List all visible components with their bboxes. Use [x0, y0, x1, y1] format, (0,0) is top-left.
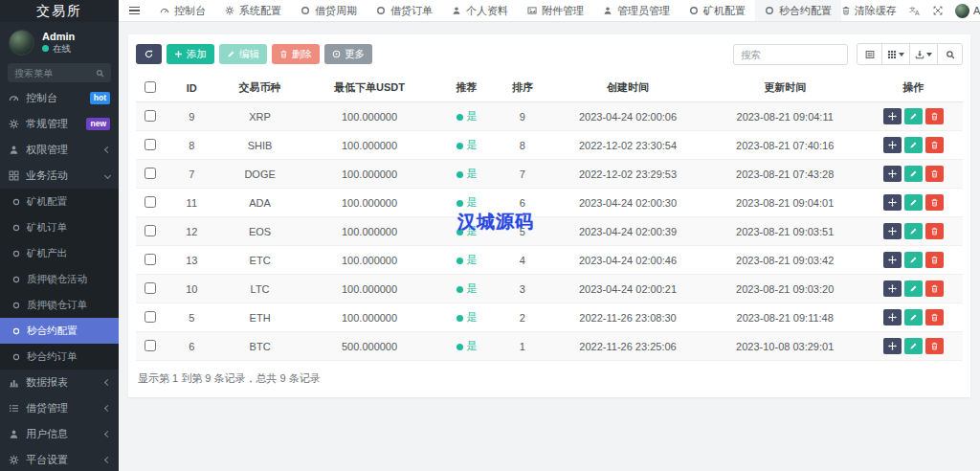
row-dragsort-button[interactable]	[883, 194, 902, 211]
row-delete-button[interactable]	[925, 194, 944, 211]
sidebar-subitem-miner-config[interactable]: 矿机配置	[0, 189, 119, 214]
select-all-checkbox[interactable]	[145, 81, 156, 93]
tab-loan-cycle[interactable]: 借贷周期	[291, 0, 367, 21]
recommend-text: 是	[467, 282, 478, 294]
sidebar-subitem-pledge-lock-activity[interactable]: 质押锁仓活动	[0, 266, 119, 292]
row-delete-button[interactable]	[925, 309, 944, 325]
recommend-dot-icon	[457, 229, 463, 236]
sidebar-subitem-second-contract-config[interactable]: 秒合约配置	[0, 318, 119, 344]
row-delete-button[interactable]	[925, 108, 944, 124]
cell-created: 2023-04-24 02:00:30	[549, 189, 706, 217]
row-dragsort-button[interactable]	[883, 309, 902, 325]
table-search-input[interactable]	[733, 44, 848, 65]
tab-console[interactable]: 控制台	[150, 0, 215, 21]
toggle-view-button[interactable]	[857, 43, 882, 65]
add-button[interactable]: 添加	[167, 44, 214, 64]
row-delete-button[interactable]	[925, 166, 944, 182]
row-dragsort-button[interactable]	[883, 338, 902, 354]
table-header-row: ID交易币种最低下单USDT推荐排序创建时间更新时间操作	[136, 74, 963, 102]
table-row: 5ETH100.000000是22022-11-26 23:08:302023-…	[136, 303, 963, 332]
data-table: ID交易币种最低下单USDT推荐排序创建时间更新时间操作 9XRP100.000…	[136, 74, 963, 361]
row-edit-button[interactable]	[904, 166, 923, 182]
tab-profile[interactable]: 个人资料	[442, 0, 518, 21]
translate-button[interactable]	[909, 5, 921, 16]
cell-actions	[863, 160, 963, 189]
row-dragsort-button[interactable]	[883, 137, 902, 153]
clear-cache-button[interactable]: 清除缓存	[841, 4, 897, 18]
sidebar-item-permission-manage[interactable]: 权限管理	[0, 137, 119, 163]
row-checkbox[interactable]	[145, 139, 156, 150]
row-edit-button[interactable]	[904, 108, 923, 124]
trash-icon	[930, 141, 939, 149]
row-edit-button[interactable]	[904, 137, 923, 153]
sidebar-subitem-second-contract-order[interactable]: 秒合约订单	[0, 344, 119, 370]
sidebar-item-data-report[interactable]: 数据报表	[0, 370, 119, 395]
row-edit-button[interactable]	[904, 280, 923, 297]
sidebar-item-label: 常规管理	[26, 117, 68, 131]
row-checkbox[interactable]	[145, 282, 156, 294]
search-toggle-button[interactable]	[937, 43, 963, 65]
sidebar-item-platform-setting[interactable]: 平台设置	[0, 447, 119, 471]
row-checkbox[interactable]	[145, 168, 156, 179]
cell-coin: ETC	[218, 246, 301, 275]
row-checkbox[interactable]	[145, 110, 156, 122]
refresh-button[interactable]	[136, 44, 162, 64]
sidebar-item-user-info[interactable]: 用户信息	[0, 421, 119, 447]
row-dragsort-button[interactable]	[883, 223, 902, 239]
row-delete-button[interactable]	[925, 137, 944, 153]
row-dragsort-button[interactable]	[883, 166, 902, 182]
tab-label: 控制台	[174, 4, 206, 18]
list-icon	[9, 403, 19, 414]
sidebar-item-label: 用户信息	[26, 427, 68, 441]
row-delete-button[interactable]	[925, 338, 944, 354]
fullscreen-button[interactable]	[933, 6, 943, 15]
cell-sort: 8	[496, 131, 549, 160]
row-dragsort-button[interactable]	[883, 252, 902, 268]
recommend-dot-icon	[457, 200, 463, 207]
tab-second-contract-config[interactable]: 秒合约配置	[755, 0, 841, 21]
row-checkbox[interactable]	[145, 196, 156, 208]
sidebar-subitem-miner-output[interactable]: 矿机产出	[0, 240, 119, 266]
move-icon	[888, 256, 897, 264]
row-edit-button[interactable]	[904, 223, 923, 239]
sidebar-item-business-activity[interactable]: 业务活动	[0, 163, 119, 189]
tab-attachment-manage[interactable]: 附件管理	[518, 0, 593, 21]
trash-icon	[930, 256, 939, 264]
delete-button[interactable]: 删除	[272, 44, 320, 64]
tab-admin-manage[interactable]: 管理员管理	[593, 0, 679, 21]
submenu-business-activity: 矿机配置矿机订单矿机产出质押锁仓活动质押锁仓订单秒合约配置秒合约订单	[0, 189, 119, 370]
sidebar-item-general-manage[interactable]: 常规管理new	[0, 111, 119, 137]
columns-button[interactable]	[881, 43, 910, 65]
table-row: 7DOGE100.000000是72022-12-02 23:29:532023…	[136, 160, 963, 189]
hamburger-menu-icon[interactable]	[119, 0, 150, 21]
row-dragsort-button[interactable]	[883, 108, 902, 124]
cell-recommend: 是	[437, 275, 495, 303]
row-edit-button[interactable]	[904, 252, 923, 268]
row-delete-button[interactable]	[925, 252, 944, 268]
row-dragsort-button[interactable]	[883, 280, 902, 297]
sidebar-item-loan-manage[interactable]: 借贷管理	[0, 395, 119, 421]
edit-button[interactable]: 编辑	[219, 44, 267, 64]
export-button[interactable]	[909, 43, 938, 65]
sidebar-search-input[interactable]	[14, 68, 96, 78]
tab-miner-config[interactable]: 矿机配置	[679, 0, 755, 21]
more-button[interactable]: 更多	[324, 44, 372, 64]
row-delete-button[interactable]	[925, 223, 944, 239]
row-edit-button[interactable]	[904, 338, 923, 354]
tab-system-config[interactable]: 系统配置	[215, 0, 291, 21]
tab-loan-order[interactable]: 借贷订单	[367, 0, 442, 21]
row-checkbox[interactable]	[145, 340, 156, 351]
row-delete-button[interactable]	[925, 280, 944, 297]
pencil-icon	[909, 141, 918, 149]
sidebar-item-label: 控制台	[26, 91, 57, 105]
row-checkbox[interactable]	[145, 225, 156, 236]
sidebar-subitem-pledge-lock-order[interactable]: 质押锁仓订单	[0, 292, 119, 318]
row-checkbox[interactable]	[145, 254, 156, 265]
row-edit-button[interactable]	[904, 194, 923, 211]
sidebar-item-console[interactable]: 控制台hot	[0, 85, 119, 111]
row-edit-button[interactable]	[904, 309, 923, 325]
row-select-cell	[136, 217, 165, 246]
row-checkbox[interactable]	[145, 311, 156, 323]
user-menu[interactable]: Admin	[955, 4, 980, 18]
sidebar-subitem-miner-order[interactable]: 矿机订单	[0, 214, 119, 240]
